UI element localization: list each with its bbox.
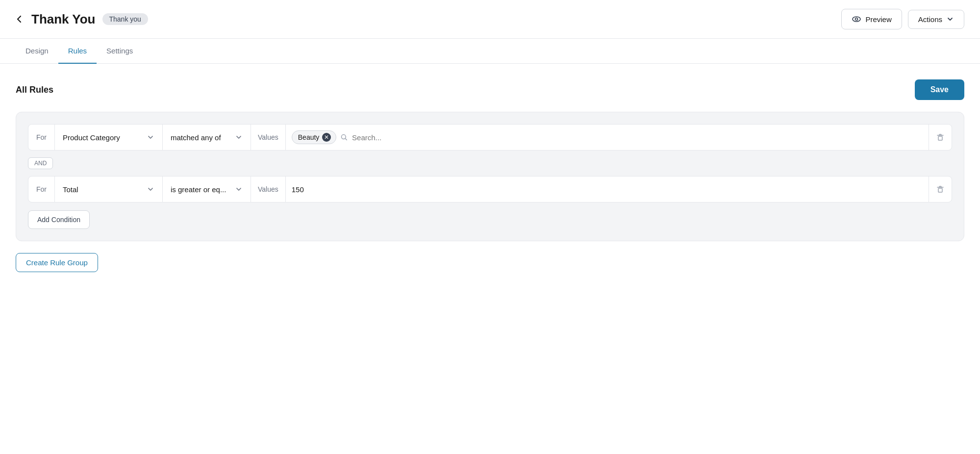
- svg-point-1: [855, 18, 858, 21]
- values-label-2: Values: [251, 177, 286, 202]
- tab-rules[interactable]: Rules: [58, 39, 97, 64]
- page-title: Thank You: [31, 12, 96, 27]
- tag-label: Beauty: [298, 133, 320, 141]
- search-area-1: [340, 133, 923, 142]
- tab-settings[interactable]: Settings: [97, 39, 143, 64]
- delete-condition-1[interactable]: [929, 125, 952, 150]
- condition-row-2: For Total is greater or eq... Values: [28, 176, 952, 202]
- chevron-down-icon: [235, 133, 243, 141]
- header-left: Thank You Thank you: [14, 12, 148, 27]
- actions-label: Actions: [918, 15, 942, 24]
- delete-condition-2[interactable]: [929, 177, 952, 202]
- eye-icon: [852, 14, 861, 24]
- svg-rect-4: [938, 188, 942, 192]
- values-area-2: [286, 177, 929, 202]
- field-value-2: Total: [63, 185, 78, 194]
- header: Thank You Thank you Preview Actions: [0, 0, 980, 39]
- condition-row-1: For Product Category matched any of Valu…: [28, 124, 952, 151]
- operator-select-2[interactable]: is greater or eq...: [163, 177, 251, 202]
- values-area-1: Beauty ✕: [286, 125, 929, 150]
- section-title: All Rules: [16, 85, 53, 95]
- chevron-down-icon: [147, 185, 154, 193]
- field-value-1: Product Category: [63, 133, 120, 142]
- trash-icon: [936, 185, 945, 194]
- for-label-2: For: [28, 177, 55, 202]
- page-badge: Thank you: [102, 13, 148, 25]
- svg-rect-3: [938, 136, 942, 140]
- values-label-1: Values: [251, 125, 286, 150]
- back-icon: [14, 14, 25, 25]
- chevron-down-icon: [235, 185, 243, 193]
- chevron-down-icon: [946, 15, 954, 23]
- operator-select-1[interactable]: matched any of: [163, 125, 251, 150]
- field-select-2[interactable]: Total: [55, 177, 163, 202]
- svg-point-0: [853, 17, 860, 22]
- preview-button[interactable]: Preview: [841, 9, 902, 29]
- create-rule-group-button[interactable]: Create Rule Group: [16, 253, 98, 272]
- trash-icon: [936, 133, 945, 142]
- and-badge: AND: [28, 157, 53, 169]
- chevron-down-icon: [147, 133, 154, 141]
- save-button[interactable]: Save: [915, 79, 964, 100]
- actions-button[interactable]: Actions: [908, 10, 964, 29]
- value-input-2[interactable]: [292, 185, 923, 194]
- rule-group: For Product Category matched any of Valu…: [16, 112, 964, 241]
- section-header: All Rules Save: [16, 79, 964, 100]
- tag-remove-beauty[interactable]: ✕: [322, 133, 331, 142]
- search-icon: [340, 133, 348, 141]
- field-select-1[interactable]: Product Category: [55, 125, 163, 150]
- tabs-nav: Design Rules Settings: [0, 39, 980, 64]
- back-button[interactable]: [14, 14, 25, 25]
- add-condition-button[interactable]: Add Condition: [28, 210, 90, 229]
- preview-label: Preview: [865, 15, 891, 24]
- main-content: All Rules Save For Product Category matc…: [0, 64, 980, 288]
- and-connector: AND: [28, 151, 952, 176]
- tab-design[interactable]: Design: [16, 39, 58, 64]
- operator-value-2: is greater or eq...: [171, 185, 226, 194]
- tag-beauty: Beauty ✕: [292, 130, 337, 144]
- for-label-1: For: [28, 125, 55, 150]
- header-right: Preview Actions: [841, 9, 964, 29]
- search-input-1[interactable]: [352, 133, 923, 142]
- operator-value-1: matched any of: [171, 133, 221, 142]
